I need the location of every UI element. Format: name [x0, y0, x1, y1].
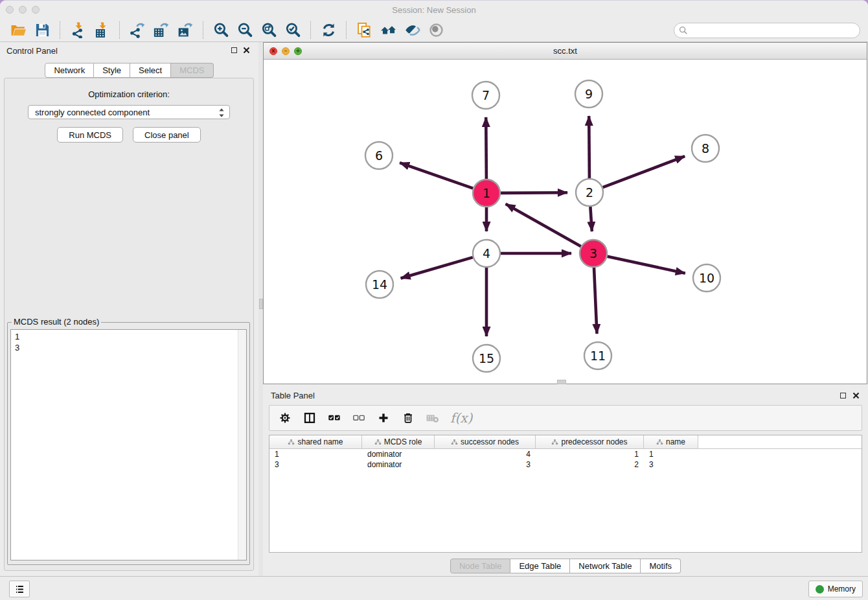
search-wrap [674, 23, 860, 38]
memory-button[interactable]: Memory [808, 581, 863, 597]
tab-mcds[interactable]: MCDS [171, 63, 213, 78]
home-icon[interactable] [376, 21, 400, 40]
import-network-icon[interactable] [66, 21, 90, 40]
toolbar-separator [310, 21, 312, 39]
zoom-fit-icon[interactable] [257, 21, 281, 40]
column-label: name [666, 437, 685, 446]
zoom-in-icon[interactable] [209, 21, 233, 40]
vertical-splitter[interactable] [258, 42, 263, 577]
table-panel-title: Table Panel [271, 391, 315, 400]
zoom-selected-icon[interactable] [281, 21, 305, 40]
network-window-titlebar: x – + scc.txt [264, 43, 867, 60]
table-cell[interactable]: dominator [362, 450, 435, 459]
export-table-icon[interactable] [150, 21, 174, 40]
criterion-select[interactable]: strongly connected component [28, 105, 230, 119]
mcds-result-group: MCDS result (2 nodes) 13 [7, 322, 250, 565]
edge-4-14[interactable] [401, 257, 473, 278]
toolbar-separator [119, 21, 120, 39]
table-row[interactable]: 3dominator323 [269, 459, 862, 470]
memory-label: Memory [828, 584, 856, 594]
edge-1-6[interactable] [400, 163, 473, 189]
table-cell[interactable]: 2 [536, 460, 644, 469]
close-table-panel-icon[interactable] [852, 392, 860, 399]
edge-2-3[interactable] [590, 207, 591, 231]
table-cell[interactable]: 1 [644, 450, 698, 459]
edge-2-8[interactable] [603, 156, 685, 187]
edge-2-9[interactable] [589, 116, 589, 178]
edge-1-2[interactable] [501, 192, 567, 193]
export-image-icon[interactable] [174, 21, 198, 40]
table-cell[interactable]: dominator [362, 460, 435, 469]
node-label-3: 3 [589, 246, 597, 260]
tab-style[interactable]: Style [94, 63, 130, 78]
close-panel-icon[interactable] [243, 47, 250, 54]
control-panel-title: Control Panel [6, 46, 58, 56]
memory-status-icon [816, 585, 824, 594]
tab-motifs[interactable]: Motifs [641, 559, 681, 573]
float-table-panel-icon[interactable] [840, 393, 846, 398]
table-cell[interactable]: 3 [269, 460, 362, 469]
column-label: successor nodes [461, 437, 519, 446]
clone-network-icon[interactable] [352, 21, 376, 40]
table-cell[interactable]: 3 [644, 460, 698, 469]
export-network-icon[interactable] [126, 21, 150, 40]
control-panel-header: Control Panel [0, 42, 258, 60]
result-scrollbar[interactable] [238, 330, 246, 560]
horizontal-splitter-grip[interactable] [557, 380, 566, 384]
import-table-icon[interactable] [90, 21, 114, 40]
settings-gear-icon[interactable] [278, 411, 291, 425]
unselect-all-icon[interactable] [352, 411, 365, 425]
task-history-button[interactable] [9, 581, 30, 597]
node-label-11: 11 [590, 349, 606, 363]
tab-network[interactable]: Network [45, 63, 94, 78]
zoom-out-icon[interactable] [233, 21, 257, 40]
run-mcds-button[interactable]: Run MCDS [57, 127, 123, 143]
save-session-icon[interactable] [30, 21, 54, 40]
node-label-6: 6 [375, 148, 383, 163]
edge-1-7[interactable] [486, 117, 486, 179]
table-header: shared nameMCDS rolesuccessor nodesprede… [269, 435, 862, 449]
column-header-MCDS-role[interactable]: MCDS role [362, 435, 435, 448]
mcds-result-title: MCDS result (2 nodes) [12, 317, 101, 327]
apply-visual-style-icon[interactable] [400, 21, 424, 40]
search-input[interactable] [674, 23, 860, 38]
show-column-icon[interactable] [303, 411, 316, 425]
column-label: predecessor nodes [561, 437, 627, 446]
network-canvas[interactable]: 7968124314101511 [264, 59, 867, 384]
edge-3-11[interactable] [594, 268, 597, 334]
toolbar-separator [60, 21, 61, 39]
status-bar: Memory [0, 576, 868, 600]
column-header-successor-nodes[interactable]: successor nodes [435, 435, 536, 448]
hierarchy-icon [288, 439, 295, 446]
delete-row-icon[interactable] [401, 411, 415, 425]
table-row[interactable]: 1dominator411 [269, 449, 862, 459]
birds-eye-view-icon[interactable] [424, 21, 448, 40]
control-panel: Control Panel NetworkStyleSelectMCDS Opt… [0, 42, 258, 577]
select-all-icon[interactable] [327, 411, 341, 425]
table-cell[interactable]: 4 [435, 450, 536, 459]
network-window-title: scc.txt [264, 46, 867, 56]
edge-3-1[interactable] [506, 204, 581, 247]
refresh-layout-icon[interactable] [317, 21, 341, 40]
table-cell[interactable]: 1 [536, 450, 644, 459]
tab-network-table[interactable]: Network Table [570, 559, 641, 573]
table-cell[interactable]: 3 [435, 460, 536, 469]
tab-select[interactable]: Select [130, 63, 171, 78]
app-window: Session: New Session Control Panel [0, 0, 868, 600]
table-cell[interactable]: 1 [269, 450, 362, 459]
column-header-predecessor-nodes[interactable]: predecessor nodes [536, 435, 644, 448]
open-folder-icon[interactable] [6, 21, 30, 40]
float-panel-icon[interactable] [231, 47, 237, 53]
add-row-icon[interactable] [376, 411, 390, 425]
mcds-result-box[interactable]: 13 [10, 329, 247, 560]
node-label-14: 14 [372, 277, 387, 292]
hierarchy-icon [656, 439, 663, 446]
tab-edge-table[interactable]: Edge Table [510, 559, 570, 573]
edge-3-10[interactable] [608, 257, 685, 273]
column-header-shared-name[interactable]: shared name [269, 435, 362, 448]
table-toolbar: f(x) [269, 405, 862, 431]
close-panel-button[interactable]: Close panel [133, 127, 201, 143]
column-header-name[interactable]: name [644, 435, 698, 448]
column-label: shared name [297, 437, 343, 446]
tab-node-table[interactable]: Node Table [450, 559, 511, 573]
